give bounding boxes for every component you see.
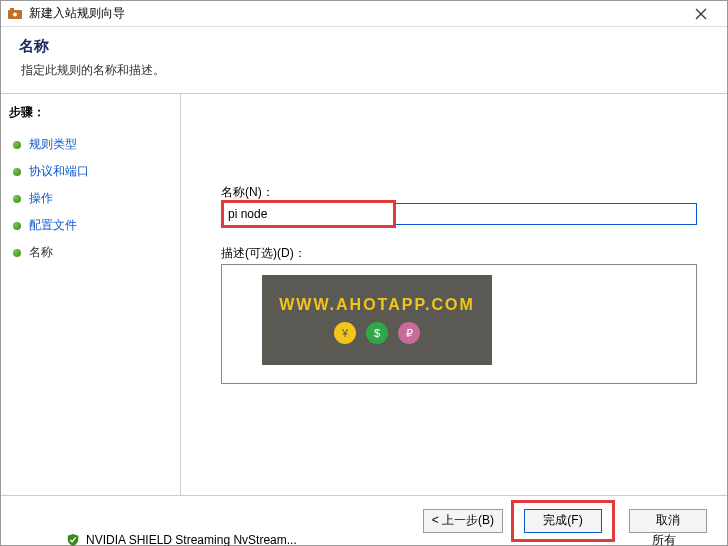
- bullet-icon: [13, 141, 21, 149]
- currency-icon: ₽: [398, 322, 420, 344]
- steps-list: 规则类型 协议和端口 操作 配置文件 名称: [9, 131, 172, 266]
- page-subtitle: 指定此规则的名称和描述。: [19, 62, 709, 79]
- currency-icon: ¥: [334, 322, 356, 344]
- steps-heading: 步骤：: [9, 104, 172, 121]
- currency-icon: $: [366, 322, 388, 344]
- close-button[interactable]: [681, 1, 721, 26]
- wizard-body: 步骤： 规则类型 协议和端口 操作 配置文件 名称 名称(N)： 描述(可选)(…: [1, 94, 727, 495]
- svg-point-2: [13, 12, 17, 16]
- shield-check-icon: [66, 533, 80, 546]
- watermark: WWW.AHOTAPP.COM ¥ $ ₽: [262, 275, 492, 365]
- page-title: 名称: [19, 37, 709, 56]
- wizard-window: 新建入站规则向导 名称 指定此规则的名称和描述。 步骤： 规则类型 协议和端口 …: [0, 0, 728, 546]
- steps-sidebar: 步骤： 规则类型 协议和端口 操作 配置文件 名称: [1, 94, 181, 495]
- watermark-url: WWW.AHOTAPP.COM: [279, 296, 475, 314]
- name-highlight: [221, 200, 396, 228]
- description-textarea[interactable]: WWW.AHOTAPP.COM ¥ $ ₽: [221, 264, 697, 384]
- name-row: [221, 203, 697, 231]
- svg-rect-1: [10, 8, 14, 11]
- back-button[interactable]: < 上一步(B): [423, 509, 503, 533]
- form-area: 名称(N)： 描述(可选)(D)： WWW.AHOTAPP.COM ¥ $ ₽: [181, 94, 727, 495]
- wizard-header: 名称 指定此规则的名称和描述。: [1, 27, 727, 94]
- step-profile[interactable]: 配置文件: [9, 212, 172, 239]
- name-label: 名称(N)：: [221, 184, 697, 201]
- bullet-icon: [13, 249, 21, 257]
- name-input[interactable]: [224, 203, 393, 225]
- step-name: 名称: [9, 239, 172, 266]
- finish-button[interactable]: 完成(F): [524, 509, 602, 533]
- step-protocol-port[interactable]: 协议和端口: [9, 158, 172, 185]
- app-icon: [7, 6, 23, 22]
- titlebar: 新建入站规则向导: [1, 1, 727, 27]
- background-list-row: NVIDIA SHIELD Streaming NvStream... 所有: [66, 530, 706, 546]
- background-row-text: NVIDIA SHIELD Streaming NvStream...: [86, 533, 652, 546]
- bullet-icon: [13, 195, 21, 203]
- bullet-icon: [13, 222, 21, 230]
- desc-label: 描述(可选)(D)：: [221, 245, 697, 262]
- cancel-button[interactable]: 取消: [629, 509, 707, 533]
- watermark-dots: ¥ $ ₽: [334, 322, 420, 344]
- background-filter: 所有: [652, 532, 676, 547]
- close-icon: [695, 8, 707, 20]
- bullet-icon: [13, 168, 21, 176]
- step-action[interactable]: 操作: [9, 185, 172, 212]
- step-rule-type[interactable]: 规则类型: [9, 131, 172, 158]
- window-title: 新建入站规则向导: [29, 5, 681, 22]
